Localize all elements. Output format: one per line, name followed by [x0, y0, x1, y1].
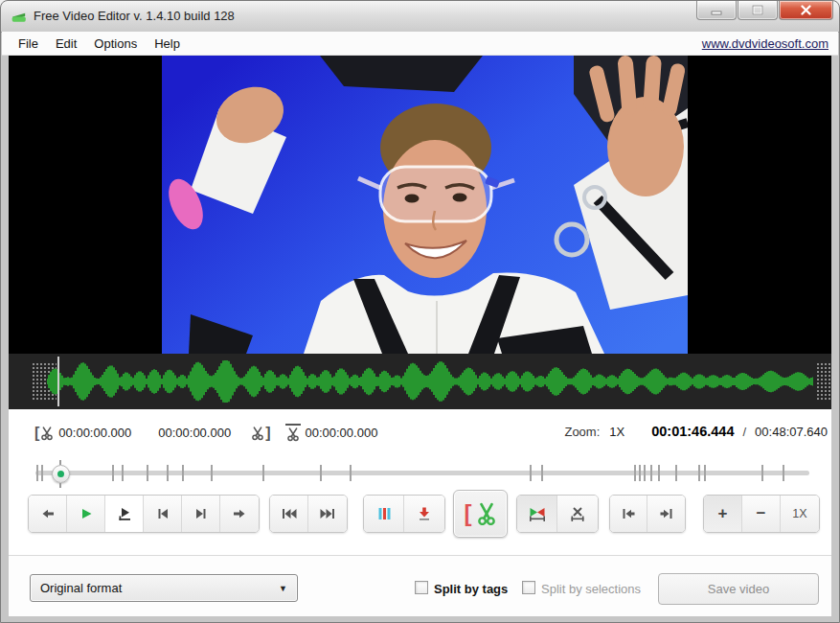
zoom-reset-label: 1X: [792, 507, 806, 520]
chevron-down-icon: ▼: [279, 584, 287, 593]
split-by-tags-label: Split by tags: [434, 582, 508, 596]
menu-item-options[interactable]: Options: [85, 36, 146, 51]
selection-start-scissors-icon: [: [34, 425, 55, 442]
waveform-playhead: [57, 357, 59, 406]
title-bar: Free Video Editor v. 1.4.10 build 128: [1, 1, 839, 33]
selection-start-time: 00:00:00.000: [58, 426, 131, 440]
merge-arrows-icon: [528, 506, 547, 522]
footer-bar: Original format ▼ Split by tags Split by…: [9, 556, 831, 616]
maximize-button[interactable]: [738, 1, 778, 20]
cut-button[interactable]: [: [453, 490, 508, 538]
to-start-icon: [621, 506, 636, 521]
skip-forward-icon: [319, 506, 336, 521]
play-icon: [79, 506, 94, 521]
step-forward-button[interactable]: [220, 496, 259, 532]
menu-item-file[interactable]: File: [10, 36, 47, 51]
split-by-selections-label: Split by selections: [541, 582, 641, 596]
zoom-group: + − 1X: [703, 495, 820, 533]
skip-back-icon: [281, 506, 298, 521]
time-separator: /: [742, 425, 746, 439]
selection-end-scissors-icon: ]: [250, 425, 270, 442]
plus-icon: +: [718, 504, 728, 523]
window-title: Free Video Editor v. 1.4.10 build 128: [34, 1, 235, 31]
minus-icon: −: [757, 504, 766, 523]
scene-group: [269, 495, 348, 533]
app-window: Free Video Editor v. 1.4.10 build 128 Fi…: [0, 0, 840, 623]
clear-selection-button[interactable]: [557, 496, 598, 532]
download-arrow-icon: [417, 506, 432, 521]
zoom-in-button[interactable]: +: [704, 496, 742, 532]
format-select[interactable]: Original format ▼: [30, 574, 298, 602]
video-frame-image: [162, 56, 688, 354]
menu-item-edit[interactable]: Edit: [47, 36, 85, 51]
waveform-strip[interactable]: [9, 354, 831, 409]
scissors-icon: [476, 502, 497, 525]
zoom-label: Zoom:: [564, 425, 600, 439]
zoom-reset-button[interactable]: 1X: [781, 496, 819, 532]
goto-start-button[interactable]: [610, 496, 647, 532]
zoom-out-button[interactable]: −: [742, 496, 781, 532]
window-controls: [696, 1, 833, 20]
to-end-icon: [659, 506, 674, 521]
selection-group: [516, 495, 599, 533]
next-scene-button[interactable]: [308, 496, 347, 532]
menu-bar: File Edit Options Help www.dvdvideosoft.…: [2, 32, 838, 56]
cut-bracket-icon: [: [465, 502, 472, 525]
current-time: 00:01:46.444: [651, 424, 734, 439]
trim-status-row: [ 00:00:00.000 00:00:00.000 ] 00:00:00.0…: [9, 424, 831, 445]
cut-time: 00:00:00.000: [305, 426, 377, 440]
next-frame-icon: [193, 506, 209, 521]
play-to-marker-icon: [117, 506, 132, 521]
next-frame-button[interactable]: [182, 496, 220, 532]
prev-scene-button[interactable]: [270, 496, 308, 532]
slider-track[interactable]: [35, 471, 809, 475]
save-video-button[interactable]: Save video: [658, 573, 819, 605]
join-selection-button[interactable]: [517, 496, 557, 532]
goto-end-button[interactable]: [647, 496, 685, 532]
checkbox-split-by-selections[interactable]: [522, 581, 535, 594]
video-preview: [9, 56, 831, 354]
prev-frame-button[interactable]: [144, 496, 182, 532]
close-icon: [801, 5, 811, 15]
extract-fragment-button[interactable]: [404, 496, 444, 532]
cut-scissors-icon: [285, 424, 301, 442]
timeline-slider: [28, 458, 815, 489]
arrow-left-icon: [40, 506, 56, 521]
arrow-right-icon: [232, 506, 247, 521]
step-back-button[interactable]: [29, 496, 67, 532]
manage-tags-button[interactable]: [364, 496, 404, 532]
close-button[interactable]: [779, 1, 833, 20]
play-selection-button[interactable]: [105, 496, 144, 532]
zoom-value: 1X: [609, 425, 624, 439]
thumb-dot: [57, 471, 64, 477]
minimize-button[interactable]: [696, 1, 737, 20]
total-time: 00:48:07.640: [755, 425, 828, 439]
website-link[interactable]: www.dvdvideosoft.com: [702, 36, 829, 51]
goto-group: [609, 495, 686, 533]
app-icon: [11, 8, 28, 29]
tag-markers-icon: [376, 506, 392, 521]
playback-group: [28, 495, 260, 533]
play-button[interactable]: [67, 496, 105, 532]
audio-waveform: [47, 354, 813, 409]
selection-middle-time: 00:00:00.000: [158, 426, 231, 440]
slider-thumb[interactable]: [52, 465, 70, 483]
clear-x-icon: [569, 506, 586, 522]
checkbox-split-by-tags[interactable]: [415, 581, 428, 594]
menu-item-help[interactable]: Help: [146, 36, 189, 51]
tags-group: [363, 495, 445, 533]
prev-frame-icon: [155, 506, 170, 521]
waveform-right-handle[interactable]: [816, 362, 831, 401]
content-area: [ 00:00:00.000 00:00:00.000 ] 00:00:00.0…: [9, 56, 831, 616]
save-video-label: Save video: [708, 582, 769, 596]
format-select-value: Original format: [40, 581, 122, 595]
